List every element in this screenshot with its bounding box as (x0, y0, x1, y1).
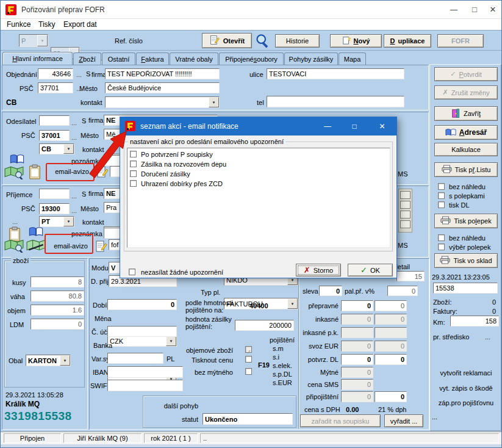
tisk-pr-listu-button[interactable]: Tisk př.Listu (434, 162, 498, 177)
zavrit-button[interactable]: Zavřít (434, 106, 498, 121)
sleva-field[interactable]: 0 (319, 286, 342, 296)
note-doc-icon[interactable] (95, 240, 107, 256)
duplikace-button[interactable]: Duplikace (384, 34, 431, 48)
address-book-icon[interactable] (29, 226, 43, 239)
prefix-combo[interactable]: P ▼ (19, 34, 48, 47)
tab-vratne-obaly[interactable]: Vratné obaly (170, 52, 218, 65)
stredisko-dots-button[interactable]: ... (485, 333, 490, 341)
tab-mapa[interactable]: Mapa (339, 52, 366, 65)
chevron-down-icon[interactable]: ▼ (63, 144, 74, 154)
dialog-maximize-button[interactable]: □ (341, 117, 368, 135)
search-icon[interactable] (254, 33, 271, 49)
vyradit-button[interactable]: vyřadit ... (384, 414, 423, 427)
obal-combo[interactable]: KARTON ▼ (26, 355, 71, 366)
map-icon[interactable] (4, 239, 24, 255)
prijemce-dots-button[interactable]: ... (71, 192, 77, 200)
km-field[interactable]: 158 (450, 316, 499, 327)
potvrz-dl-field-2[interactable]: 0 (375, 354, 407, 365)
objednani-dots-button[interactable]: ... (76, 71, 82, 78)
zapis-o-skode-link[interactable]: vyt. zápis o škodě (433, 385, 499, 392)
ok-button[interactable]: ✓ OK (348, 264, 393, 276)
objemove-zbozi-checkbox[interactable]: ✓ (245, 346, 252, 353)
kalkulace-button[interactable]: Kalkulace (434, 143, 498, 156)
zrusit-zmeny-button[interactable]: ✗ Zrušit změny (434, 85, 498, 99)
prepravne-field-1[interactable]: 0 (341, 300, 373, 311)
region-combo[interactable]: PT ▼ (39, 216, 74, 227)
map-search-icon[interactable] (4, 166, 24, 182)
chevron-down-icon[interactable]: ▼ (37, 35, 48, 46)
tab-zbozi[interactable]: Zboží (73, 52, 101, 65)
psc-dots-button[interactable]: ... (71, 134, 77, 141)
vaha-field[interactable]: 80.8 (30, 291, 84, 302)
chevron-down-icon[interactable]: ▼ (63, 217, 74, 226)
tisk-polepek-button[interactable]: Tisk polepek (434, 214, 498, 228)
varsym-field[interactable] (107, 353, 163, 364)
psc-field[interactable]: 37001 (39, 130, 70, 141)
adresar-button[interactable]: Adresář (434, 125, 498, 140)
dialog-minimize-button[interactable]: — (314, 117, 341, 135)
zap-pro-pojistovnu-link[interactable]: záp.pro pojišťovnu (433, 399, 499, 406)
objednani-field[interactable]: 43646 (38, 68, 73, 79)
iban-field[interactable] (107, 366, 183, 378)
chevron-down-icon[interactable]: ▼ (166, 336, 176, 346)
chevron-down-icon[interactable]: ▼ (209, 97, 219, 107)
fofr-button[interactable]: FOFR (437, 34, 484, 48)
kusy-field[interactable]: 8 (30, 276, 84, 287)
firma-field[interactable]: TEST NEPOŘIZOVAT !!!!!!!!! (105, 68, 220, 79)
menu-funkce[interactable]: Funkce (7, 20, 30, 29)
bez-nahledu-checkbox-2[interactable] (438, 234, 445, 241)
tab-pohyby-zasilky[interactable]: Pohyby zásilky (284, 52, 338, 65)
dialog-close-button[interactable]: ✕ (368, 117, 396, 135)
chevron-down-icon[interactable]: ▼ (60, 355, 70, 366)
menu-tisky[interactable]: Tisky (38, 20, 56, 29)
tab-pripojene-soubory[interactable]: Připojené soubory (219, 52, 284, 65)
bez-nahledu-checkbox-1[interactable] (438, 183, 445, 190)
tel-field[interactable] (267, 96, 404, 107)
clipboard-icon[interactable] (28, 164, 41, 182)
hodnota-field[interactable]: 200000 (235, 320, 294, 331)
tisknout-cenu-checkbox[interactable] (245, 356, 252, 363)
close-button[interactable]: ✕ (485, 3, 501, 16)
ulice-field[interactable]: TESTOVACI (267, 68, 404, 79)
bez-mytneho-checkbox[interactable] (245, 368, 252, 375)
kontakt-combo[interactable]: ▼ (105, 96, 220, 108)
odesilatel-dots-button[interactable]: ... (71, 119, 77, 126)
psc-field[interactable]: 37701 (38, 82, 73, 93)
historie-button[interactable]: Historie (275, 34, 320, 48)
psc-dots-button[interactable]: ... (71, 207, 77, 214)
menu-export-dat[interactable]: Export dat (63, 20, 97, 29)
tab-hlavni-informace[interactable]: Hlavní informace (2, 52, 73, 65)
dobirka-field[interactable]: 0 (107, 299, 177, 310)
address-book-icon[interactable] (10, 154, 24, 167)
more-dots-link[interactable]: ... (432, 413, 437, 421)
dialog-options-list[interactable]: Po potvrzení P soupisky Zásilka na rozvo… (127, 148, 390, 248)
region-combo[interactable]: CB ▼ (39, 143, 74, 154)
ldm-field[interactable]: 0 (30, 319, 84, 330)
minimize-button[interactable]: — (445, 3, 463, 16)
tisk-dl-checkbox[interactable] (438, 201, 445, 208)
prijemce-field[interactable] (39, 189, 70, 199)
top-value-field[interactable]: 15 (396, 271, 425, 281)
prepravne-field-2[interactable]: 0 (375, 300, 407, 311)
tab-ostatni[interactable]: Ostatní (102, 52, 135, 65)
s-polepkami-checkbox[interactable] (438, 192, 445, 199)
odesilatel-field[interactable] (39, 115, 70, 126)
swift-field[interactable] (107, 380, 183, 391)
zaradit-na-soupisku-button[interactable]: zařadit na soupisku (300, 414, 381, 427)
psc-field[interactable]: 19300 (39, 203, 70, 214)
vyber-polepek-checkbox[interactable] (438, 244, 445, 250)
potvrz-dl-field-1[interactable]: 0 (341, 354, 373, 365)
storno-button[interactable]: ✗ Storno (296, 264, 341, 276)
statut-field[interactable]: Ukončeno (203, 413, 293, 425)
ucet-field[interactable] (107, 326, 177, 337)
no-notice-checkbox[interactable] (129, 269, 135, 275)
mena-combo[interactable]: CZK ▼ (107, 336, 177, 347)
mesto-field[interactable]: České Budějovice (105, 82, 220, 93)
tab-faktura[interactable]: Faktura (136, 52, 169, 65)
sidebar-ref-field[interactable]: 15538 (433, 283, 498, 294)
map-route-icon[interactable] (26, 239, 46, 255)
maximize-button[interactable]: □ (465, 3, 484, 16)
pal-field[interactable]: 0 (387, 286, 418, 296)
region-dots-button[interactable]: ... (12, 218, 18, 225)
novy-button[interactable]: Nový (330, 34, 382, 48)
